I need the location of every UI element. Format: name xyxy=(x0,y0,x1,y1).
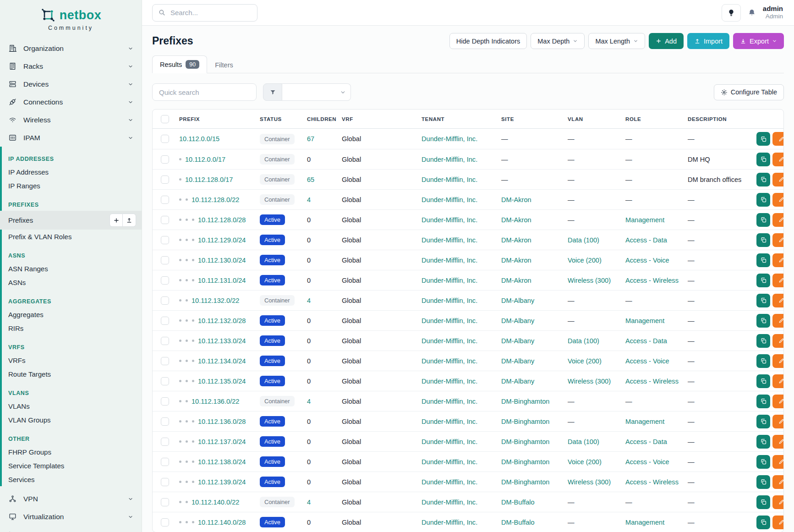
column-header-children[interactable]: CHILDREN xyxy=(307,116,342,122)
edit-button[interactable] xyxy=(772,193,784,207)
edit-button[interactable] xyxy=(772,395,784,408)
prefix-link[interactable]: 10.112.133.0/24 xyxy=(198,337,246,345)
vlan-link[interactable]: Voice (200) xyxy=(568,357,602,365)
prefix-link[interactable]: 10.112.138.0/24 xyxy=(198,458,246,466)
vlan-link[interactable]: Voice (200) xyxy=(568,458,602,466)
row-checkbox[interactable] xyxy=(161,135,169,143)
children-count-link[interactable]: 4 xyxy=(307,297,311,304)
site-link[interactable]: DM-Albany xyxy=(501,337,534,345)
sidebar-item-asns[interactable]: ASNs xyxy=(0,275,142,289)
column-header-site[interactable]: SITE xyxy=(501,116,568,122)
role-link[interactable]: Access - Wireless xyxy=(625,378,679,385)
sidebar-item-route-targets[interactable]: Route Targets xyxy=(0,367,142,381)
user-menu[interactable]: admin Admin xyxy=(763,5,783,21)
role-link[interactable]: Access - Data xyxy=(625,337,667,345)
column-header-status[interactable]: STATUS xyxy=(260,116,307,122)
children-count-link[interactable]: 4 xyxy=(307,499,311,506)
site-link[interactable]: DM-Binghamton xyxy=(501,438,549,445)
prefix-link[interactable]: 10.112.135.0/24 xyxy=(198,378,246,385)
vlan-link[interactable]: Data (100) xyxy=(568,337,599,345)
sidebar-item-vlans[interactable]: VLANs xyxy=(0,399,142,413)
sidebar-item-ip-ranges[interactable]: IP Ranges xyxy=(0,179,142,192)
row-checkbox[interactable] xyxy=(161,256,169,264)
column-header-tenant[interactable]: TENANT xyxy=(422,116,501,122)
edit-button[interactable] xyxy=(772,274,784,287)
tenant-link[interactable]: Dunder-Mifflin, Inc. xyxy=(422,337,477,345)
row-checkbox[interactable] xyxy=(161,357,169,365)
prefix-link[interactable]: 10.112.136.0/22 xyxy=(192,398,239,405)
site-link[interactable]: DM-Buffalo xyxy=(501,499,535,506)
tenant-link[interactable]: Dunder-Mifflin, Inc. xyxy=(422,398,477,405)
tab-filters[interactable]: Filters xyxy=(207,57,241,73)
role-link[interactable]: Access - Voice xyxy=(625,257,669,264)
notifications-button[interactable] xyxy=(747,8,756,17)
edit-button[interactable] xyxy=(772,233,784,247)
vlan-link[interactable]: Wireless (300) xyxy=(568,478,611,486)
sidebar-group-ipam[interactable]: IPAM xyxy=(0,129,142,147)
prefix-link[interactable]: 10.112.137.0/24 xyxy=(198,438,246,445)
edit-button[interactable] xyxy=(772,455,784,469)
row-checkbox[interactable] xyxy=(161,236,169,244)
tenant-link[interactable]: Dunder-Mifflin, Inc. xyxy=(422,378,477,385)
copy-button[interactable] xyxy=(756,294,770,307)
tenant-link[interactable]: Dunder-Mifflin, Inc. xyxy=(422,438,477,445)
row-checkbox[interactable] xyxy=(161,155,169,164)
tenant-link[interactable]: Dunder-Mifflin, Inc. xyxy=(422,216,477,224)
copy-button[interactable] xyxy=(756,233,770,247)
prefix-link[interactable]: 10.112.0.0/15 xyxy=(179,135,219,143)
prefix-link[interactable]: 10.112.140.0/28 xyxy=(198,519,246,526)
copy-button[interactable] xyxy=(756,153,770,166)
site-link[interactable]: DM-Akron xyxy=(501,196,531,203)
copy-button[interactable] xyxy=(756,132,770,146)
prefix-link[interactable]: 10.112.128.0/17 xyxy=(185,176,233,183)
sidebar-group-organization[interactable]: Organization xyxy=(0,39,142,57)
edit-button[interactable] xyxy=(772,495,784,509)
site-link[interactable]: DM-Buffalo xyxy=(501,519,535,526)
column-header-vlan[interactable]: VLAN xyxy=(568,116,625,122)
copy-button[interactable] xyxy=(756,395,770,408)
prefix-link[interactable]: 10.112.132.0/28 xyxy=(198,317,246,324)
row-checkbox[interactable] xyxy=(161,397,169,406)
copy-button[interactable] xyxy=(756,435,770,449)
configure-table-button[interactable]: Configure Table xyxy=(714,84,784,100)
global-search[interactable] xyxy=(152,4,257,22)
prefix-link[interactable]: 10.112.140.0/22 xyxy=(192,499,239,506)
role-link[interactable]: Management xyxy=(625,519,664,526)
row-checkbox[interactable] xyxy=(161,296,169,305)
vlan-link[interactable]: Data (100) xyxy=(568,438,599,445)
prefix-link[interactable]: 10.112.134.0/24 xyxy=(198,357,246,365)
quick-import-button[interactable] xyxy=(123,214,136,227)
tenant-link[interactable]: Dunder-Mifflin, Inc. xyxy=(422,236,477,244)
tenant-link[interactable]: Dunder-Mifflin, Inc. xyxy=(422,519,477,526)
prefix-link[interactable]: 10.112.131.0/24 xyxy=(198,277,246,284)
row-checkbox[interactable] xyxy=(161,216,169,224)
edit-button[interactable] xyxy=(772,314,784,328)
vlan-link[interactable]: Voice (200) xyxy=(568,257,602,264)
sidebar-group-virtualization[interactable]: Virtualization xyxy=(0,508,142,526)
copy-button[interactable] xyxy=(756,354,770,368)
site-link[interactable]: DM-Binghamton xyxy=(501,478,549,486)
edit-button[interactable] xyxy=(772,213,784,227)
copy-button[interactable] xyxy=(756,314,770,328)
copy-button[interactable] xyxy=(756,213,770,227)
max-length-dropdown[interactable]: Max Length xyxy=(588,33,645,49)
quick-search-input[interactable] xyxy=(152,83,257,101)
sidebar-item-prefixes[interactable]: Prefixes xyxy=(0,211,142,230)
sidebar-group-wireless[interactable]: Wireless xyxy=(0,111,142,129)
prefix-link[interactable]: 10.112.139.0/24 xyxy=(198,478,246,486)
row-checkbox[interactable] xyxy=(161,276,169,285)
prefix-link[interactable]: 10.112.128.0/22 xyxy=(192,196,239,203)
site-link[interactable]: DM-Albany xyxy=(501,378,534,385)
row-checkbox[interactable] xyxy=(161,498,169,506)
sidebar-item-asn-ranges[interactable]: ASN Ranges xyxy=(0,262,142,275)
edit-button[interactable] xyxy=(772,173,784,186)
edit-button[interactable] xyxy=(772,475,784,489)
prefix-link[interactable]: 10.112.136.0/28 xyxy=(198,418,246,425)
copy-button[interactable] xyxy=(756,173,770,186)
tenant-link[interactable]: Dunder-Mifflin, Inc. xyxy=(422,257,477,264)
column-header-vrf[interactable]: VRF xyxy=(342,116,422,122)
tab-results[interactable]: Results 90 xyxy=(152,55,207,73)
tenant-link[interactable]: Dunder-Mifflin, Inc. xyxy=(422,196,477,203)
children-count-link[interactable]: 4 xyxy=(307,196,311,203)
tenant-link[interactable]: Dunder-Mifflin, Inc. xyxy=(422,135,477,143)
